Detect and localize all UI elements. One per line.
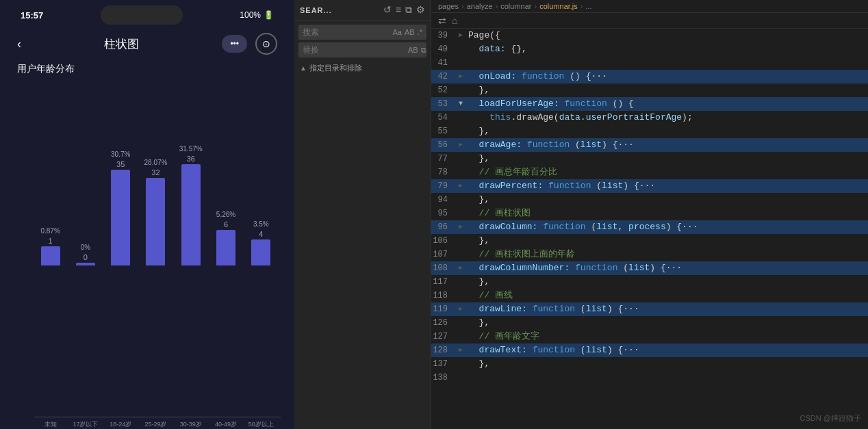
line-number: 106 bbox=[431, 234, 456, 248]
fold-arrow[interactable]: ▶ bbox=[456, 29, 465, 42]
line-number: 96 bbox=[431, 220, 456, 234]
word-icon[interactable]: AB bbox=[405, 28, 415, 36]
chart-title: 用户年龄分布 bbox=[14, 60, 281, 81]
fold-arrow bbox=[456, 56, 465, 70]
back-icon[interactable]: ‹ bbox=[17, 37, 21, 51]
breadcrumb-columnar[interactable]: columnar bbox=[500, 2, 531, 10]
fold-arrow bbox=[456, 125, 465, 138]
line-content: onLoad: function () {··· bbox=[465, 70, 868, 83]
breadcrumb-analyze[interactable]: analyze bbox=[467, 2, 493, 10]
fold-arrow bbox=[456, 371, 465, 385]
line-number: 79 bbox=[431, 179, 456, 193]
watermark: CSDN @摔跤猫子 bbox=[800, 413, 861, 424]
search-panel-label: SEAR... bbox=[300, 6, 378, 14]
line-content: }, bbox=[465, 316, 868, 330]
dot1: ••• bbox=[230, 39, 239, 49]
line-content: }, bbox=[465, 125, 868, 138]
fold-arrow[interactable]: ▶ bbox=[456, 302, 465, 316]
align-icon[interactable]: ≡ bbox=[396, 4, 401, 16]
line-content: drawAge: function (list) {··· bbox=[465, 138, 868, 152]
bar-percent-label: 28.07% bbox=[144, 159, 168, 167]
breadcrumb-pages[interactable]: pages bbox=[438, 2, 459, 10]
bookmark-icon[interactable]: ⌂ bbox=[452, 15, 457, 26]
line-content: // 画总年龄百分比 bbox=[465, 166, 868, 179]
fold-arrow[interactable]: ▶ bbox=[456, 138, 465, 152]
line-number: 54 bbox=[431, 111, 456, 125]
chart-area: 0.87%10%030.7%3528.07%3231.57%365.26%63.… bbox=[14, 81, 281, 417]
line-content: drawPercent: function (list) {··· bbox=[465, 179, 868, 193]
line-number: 127 bbox=[431, 330, 456, 343]
line-number: 128 bbox=[431, 343, 456, 357]
breadcrumb-bar: pages › analyze › columnar › columnar.js… bbox=[431, 0, 868, 13]
replace-all-icon[interactable]: ⧉ bbox=[421, 46, 426, 55]
line-number: 95 bbox=[431, 207, 456, 220]
fold-arrow bbox=[456, 207, 465, 220]
line-number: 138 bbox=[431, 371, 456, 385]
fold-arrow[interactable]: ▶ bbox=[456, 70, 465, 83]
fold-arrow bbox=[456, 316, 465, 330]
bar-count-label: 1 bbox=[49, 237, 53, 245]
search-panel: SEAR... ↺ ≡ ⧉ ⚙ Aa AB .* AB ⧉ ▲ 指定目录和排除 bbox=[294, 0, 431, 429]
more-btn[interactable]: ••• bbox=[222, 35, 247, 53]
code-area[interactable]: 39▶Page({40 data: {},4142▶ onLoad: funct… bbox=[431, 29, 868, 429]
bar-group: 5.26%6 bbox=[209, 211, 242, 265]
editor-toolbar: ⇄ ⌂ bbox=[431, 13, 868, 29]
breadcrumb-file[interactable]: columnar.js bbox=[539, 2, 578, 10]
code-line: 118 // 画线 bbox=[431, 289, 868, 302]
line-content: this.drawAge(data.userPortraitForAge); bbox=[465, 111, 868, 125]
search-input-icons: Aa AB .* bbox=[393, 28, 423, 36]
regex-icon[interactable]: .* bbox=[418, 28, 422, 36]
replace-icon[interactable]: AB bbox=[408, 46, 418, 55]
line-content: loadForUserAge: function () { bbox=[465, 97, 868, 111]
x-axis-label: 30-39岁 bbox=[175, 420, 207, 429]
fold-arrow[interactable]: ▼ bbox=[456, 97, 465, 111]
line-content: drawColumnNumber: function (list) {··· bbox=[465, 261, 868, 275]
replace-input[interactable] bbox=[303, 45, 405, 55]
line-number: 137 bbox=[431, 357, 456, 371]
code-line: 78 // 画总年龄百分比 bbox=[431, 166, 868, 179]
copy-icon[interactable]: ⧉ bbox=[405, 4, 412, 16]
line-number: 42 bbox=[431, 70, 456, 83]
fold-arrow bbox=[456, 42, 465, 56]
bar-group: 30.7%35 bbox=[105, 151, 137, 265]
code-line: 41 bbox=[431, 56, 868, 70]
line-content: }, bbox=[465, 357, 868, 371]
line-number: 56 bbox=[431, 138, 456, 152]
line-content: // 画线 bbox=[465, 289, 868, 302]
fold-arrow[interactable]: ▶ bbox=[456, 343, 465, 357]
line-number: 118 bbox=[431, 289, 456, 302]
split-icon[interactable]: ⇄ bbox=[438, 15, 446, 26]
fold-arrow[interactable]: ▶ bbox=[456, 179, 465, 193]
fold-arrow[interactable]: ▶ bbox=[456, 220, 465, 234]
battery-icon: 🔋 bbox=[264, 10, 274, 20]
case-sensitive-icon[interactable]: Aa bbox=[393, 28, 402, 36]
bar-rect bbox=[76, 263, 95, 265]
fold-arrow bbox=[456, 152, 465, 166]
code-line: 53▼ loadForUserAge: function () { bbox=[431, 97, 868, 111]
settings-icon[interactable]: ⚙ bbox=[416, 4, 425, 16]
line-number: 41 bbox=[431, 56, 456, 70]
record-btn[interactable]: ⊙ bbox=[255, 33, 277, 55]
bar-percent-label: 3.5% bbox=[253, 220, 269, 229]
search-input[interactable] bbox=[303, 27, 390, 37]
filter-row[interactable]: ▲ 指定目录和排除 bbox=[294, 59, 431, 77]
bar-count-label: 36 bbox=[187, 155, 195, 163]
fold-arrow bbox=[456, 193, 465, 207]
bar-count-label: 6 bbox=[224, 220, 228, 229]
code-line: 126 }, bbox=[431, 316, 868, 330]
code-line: 137 }, bbox=[431, 357, 868, 371]
fold-arrow[interactable]: ▶ bbox=[456, 261, 465, 275]
line-content: }, bbox=[465, 275, 868, 289]
fold-arrow bbox=[456, 330, 465, 343]
bar-group: 0%0 bbox=[69, 244, 101, 265]
battery-percent: 100% bbox=[240, 10, 261, 20]
x-axis-label: 25-29岁 bbox=[140, 420, 172, 429]
refresh-icon[interactable]: ↺ bbox=[383, 4, 392, 16]
line-content: drawLine: function (list) {··· bbox=[465, 302, 868, 316]
code-line: 52 }, bbox=[431, 83, 868, 97]
line-content: drawText: function (list) {··· bbox=[465, 343, 868, 357]
bar-rect bbox=[41, 246, 60, 265]
status-time: 15:57 bbox=[21, 10, 43, 21]
code-line: 42▶ onLoad: function () {··· bbox=[431, 70, 868, 83]
x-axis-label: 50岁以上 bbox=[245, 420, 277, 429]
